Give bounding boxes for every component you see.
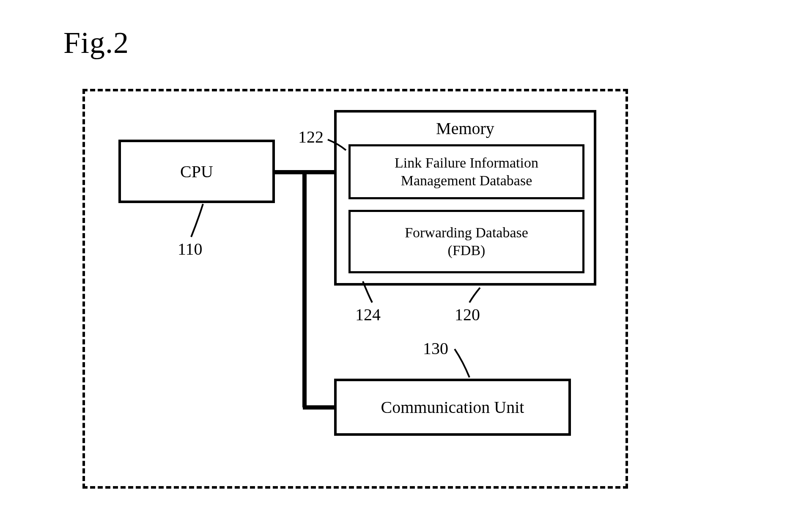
memory-title: Memory [337,118,594,138]
ref-130: 130 [423,338,448,358]
fdb-label-2: (FDB) [448,242,486,260]
fdb-label-1: Forwarding Database [405,224,528,242]
figure-title: Fig.2 [63,25,129,60]
figure-stage: Fig.2 CPU Memory Link Failure Informatio… [0,0,812,528]
ref-110: 110 [178,239,203,259]
ref-122: 122 [298,127,324,147]
communication-unit-label: Communication Unit [381,397,524,417]
ref-124: 124 [355,305,381,324]
cpu-label: CPU [180,162,213,182]
link-failure-db-label-1: Link Failure Information [395,154,538,172]
link-failure-db-label-2: Management Database [401,172,532,190]
link-failure-db-block: Link Failure Information Management Data… [348,144,584,199]
ref-120: 120 [455,305,480,324]
communication-unit-block: Communication Unit [334,379,571,436]
cpu-block: CPU [118,140,275,203]
memory-block: Memory Link Failure Information Manageme… [334,110,596,286]
fdb-block: Forwarding Database (FDB) [348,210,584,273]
